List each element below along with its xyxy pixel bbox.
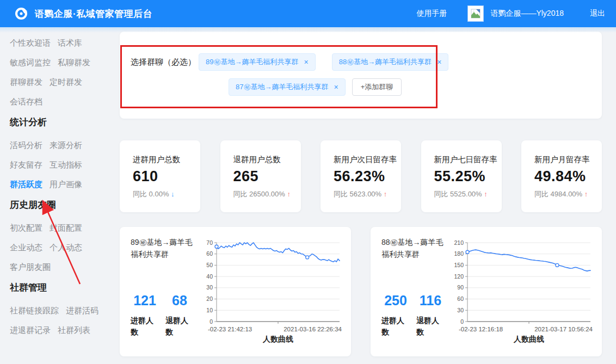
logout-button[interactable]: 退出	[590, 9, 605, 18]
sidebar-item[interactable]: 封面配置	[50, 223, 82, 233]
sidebar-item[interactable]: 互动指标	[50, 160, 82, 170]
sidebar-item[interactable]: 群活跃度	[10, 180, 42, 189]
member-count-line-chart: 0306090120150180210-02-23 12:16:182021-0…	[451, 238, 594, 347]
chart-left-column: 88㊙基地→薅羊毛福利共享群250进群人数116退群人数	[381, 237, 451, 352]
sidebar-item[interactable]: 个性欢迎语	[10, 38, 51, 48]
sidebar-item[interactable]: 企业动态	[10, 243, 42, 252]
sidebar-item[interactable]: 进群活码	[66, 306, 98, 316]
sidebar-row: 客户朋友圈	[10, 262, 120, 272]
sidebar: 个性欢迎语话术库敏感词监控私聊群发群聊群发定时群发会话存档统计分析活码分析来源分…	[0, 27, 120, 345]
join-count-column: 121进群人数	[131, 293, 159, 338]
sidebar-item[interactable]: 活码分析	[10, 140, 42, 150]
stat-card-value: 610	[133, 168, 200, 185]
tag-close-icon[interactable]: ×	[437, 58, 441, 66]
group-chart-card: 89㊙基地→薅羊毛福利共享群121进群人数68退群人数0102030405060…	[120, 227, 351, 356]
stat-card-label: 新用户月留存率	[534, 155, 602, 165]
stat-card: 进群用户总数610同比 0.00% ↓	[120, 140, 200, 212]
sidebar-item[interactable]: 社群列表	[58, 325, 90, 335]
sidebar-row: 敏感词监控私聊群发	[10, 58, 120, 67]
sidebar-row: 进退群记录社群列表	[10, 325, 120, 335]
sidebar-item[interactable]: 社群链接跟踪	[10, 306, 59, 316]
sidebar-row: 初次配置封面配置	[10, 223, 120, 233]
group-chart-card: 88㊙基地→薅羊毛福利共享群250进群人数116退群人数030609012015…	[371, 227, 602, 356]
tag-close-icon[interactable]: ×	[304, 58, 308, 66]
stat-card-value: 265	[233, 168, 301, 185]
selected-group-tags: 89㊙基地→薅羊毛福利共享群×88㊙基地→薅羊毛福利共享群×87㊙基地→薅羊毛福…	[199, 53, 448, 96]
svg-text:50: 50	[206, 262, 213, 268]
sidebar-row: 活码分析来源分析	[10, 140, 120, 150]
sidebar-item[interactable]: 话术库	[58, 38, 82, 48]
group-chart-title: 88㊙基地→薅羊毛福利共享群	[381, 237, 447, 260]
chart-left-column: 89㊙基地→薅羊毛福利共享群121进群人数68退群人数	[131, 237, 200, 352]
join-count-column: 250进群人数	[381, 293, 410, 338]
svg-text:0: 0	[210, 318, 213, 325]
leave-count-column: 68退群人数	[165, 293, 194, 338]
sidebar-section-title: 统计分析	[10, 116, 120, 128]
manual-link[interactable]: 使用手册	[416, 9, 447, 18]
leave-count-value: 68	[165, 293, 194, 309]
sidebar-item[interactable]: 进退群记录	[10, 325, 51, 335]
svg-text:60: 60	[457, 295, 464, 302]
sidebar-item[interactable]: 客户朋友圈	[10, 262, 51, 272]
arrow-down-icon: ↓	[171, 190, 175, 198]
sidebar-item[interactable]: 会话存档	[10, 97, 42, 107]
arrow-up-icon: ↑	[287, 190, 291, 198]
svg-text:-02-23 21:42:13: -02-23 21:42:13	[208, 326, 252, 332]
group-chat-tag[interactable]: 89㊙基地→薅羊毛福利共享群×	[199, 53, 316, 71]
group-chat-tag-label: 87㊙基地→薅羊毛福利共享群	[236, 82, 328, 92]
group-select-panel: 选择群聊（必选） 89㊙基地→薅羊毛福利共享群×88㊙基地→薅羊毛福利共享群×8…	[120, 32, 602, 119]
svg-text:30: 30	[457, 307, 464, 313]
stat-card-label: 新用户次日留存率	[334, 155, 401, 165]
stat-card: 新用户七日留存率55.25%同比 5525.00% ↑	[421, 140, 502, 212]
sidebar-section-title: 社群管理	[10, 282, 120, 294]
svg-text:10: 10	[206, 307, 213, 313]
join-count-label: 进群人数	[381, 315, 409, 338]
sidebar-item[interactable]: 用户画像	[50, 180, 82, 189]
stat-card-delta: 同比 5525.00% ↑	[434, 189, 502, 199]
sidebar-section-title: 历史朋友圈	[10, 199, 120, 211]
stat-card-value: 49.84%	[534, 168, 602, 185]
join-count-value: 121	[131, 293, 159, 309]
chart-numbers: 121进群人数68退群人数	[131, 293, 200, 352]
sidebar-item[interactable]: 群聊群发	[10, 77, 42, 87]
svg-text:90: 90	[457, 284, 464, 291]
stat-card-label: 退群用户总数	[233, 155, 301, 165]
svg-text:210: 210	[454, 239, 464, 246]
sidebar-item[interactable]: 初次配置	[10, 223, 42, 233]
select-group-label: 选择群聊（必选）	[131, 53, 199, 96]
main-content: 选择群聊（必选） 89㊙基地→薅羊毛福利共享群×88㊙基地→薅羊毛福利共享群×8…	[120, 0, 602, 364]
svg-text:70: 70	[206, 239, 213, 246]
sidebar-item[interactable]: 来源分析	[50, 140, 82, 150]
group-chat-tag[interactable]: 88㊙基地→薅羊毛福利共享群×	[332, 53, 449, 71]
svg-text:人数曲线: 人数曲线	[513, 335, 544, 343]
sidebar-item[interactable]: 定时群发	[50, 77, 82, 87]
account-name[interactable]: 语鹦企服——Yly2018	[490, 9, 564, 18]
svg-text:2021-03-16 22:26:34: 2021-03-16 22:26:34	[284, 326, 342, 332]
group-chart-title: 89㊙基地→薅羊毛福利共享群	[131, 237, 196, 260]
sidebar-item[interactable]: 敏感词监控	[10, 58, 51, 67]
app-title: 语鹦企服·私域管家管理后台	[35, 8, 152, 20]
tag-close-icon[interactable]: ×	[334, 83, 338, 91]
arrow-up-icon: ↑	[484, 190, 488, 198]
stat-card: 新用户次日留存率56.23%同比 5623.00% ↑	[321, 140, 401, 212]
svg-text:120: 120	[454, 273, 464, 280]
stat-card: 新用户月留存率49.84%同比 4984.00% ↑	[521, 140, 602, 212]
leave-count-label: 退群人数	[416, 315, 443, 338]
sidebar-item[interactable]: 个人动态	[50, 243, 82, 252]
stat-card: 退群用户总数265同比 26500.00% ↑	[220, 140, 301, 212]
tag-row: 87㊙基地→薅羊毛福利共享群×+添加群聊	[199, 78, 448, 96]
sidebar-item[interactable]: 私聊群发	[58, 58, 90, 67]
sidebar-row: 社群链接跟踪进群活码	[10, 306, 120, 316]
stat-card-delta: 同比 4984.00% ↑	[534, 189, 602, 199]
stat-card-value: 55.25%	[434, 168, 502, 185]
stat-card-delta: 同比 0.00% ↓	[133, 189, 200, 199]
join-count-value: 250	[381, 293, 410, 309]
chart-numbers: 250进群人数116退群人数	[381, 293, 451, 352]
sidebar-row: 会话存档	[10, 97, 120, 107]
add-group-chat-button[interactable]: +添加群聊	[352, 78, 402, 96]
leave-count-value: 116	[416, 293, 445, 309]
group-chat-tag[interactable]: 87㊙基地→薅羊毛福利共享群×	[229, 78, 346, 96]
stats-row: 进群用户总数610同比 0.00% ↓退群用户总数265同比 26500.00%…	[120, 140, 602, 212]
stat-card-delta: 同比 5623.00% ↑	[334, 189, 401, 199]
sidebar-item[interactable]: 好友留存	[10, 160, 42, 170]
